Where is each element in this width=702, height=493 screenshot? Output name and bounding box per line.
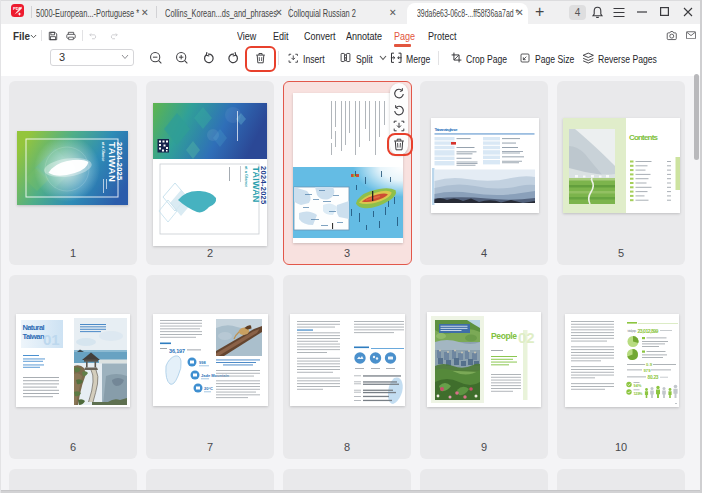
svg-text:Contents: Contents <box>629 133 659 142</box>
svg-text:TAIWAN: TAIWAN <box>251 167 261 203</box>
svg-text:Taiwan at a glance: Taiwan at a glance <box>435 127 459 132</box>
svg-text:12.9%: 12.9% <box>634 392 644 396</box>
svg-text:People: People <box>491 331 517 341</box>
svg-text:36,197: 36,197 <box>169 348 185 354</box>
svg-text:02: 02 <box>518 329 535 346</box>
svg-text:20°C: 20°C <box>204 386 213 391</box>
svg-text:80.23: 80.23 <box>648 375 659 380</box>
svg-text:01: 01 <box>43 331 60 348</box>
svg-text:23,012,899: 23,012,899 <box>638 328 659 334</box>
svg-text:at a Glance: at a Glance <box>101 142 105 161</box>
svg-text:at a Glance: at a Glance <box>244 166 249 188</box>
svg-text:TAIWAN: TAIWAN <box>107 142 118 182</box>
svg-text:Taiwan: Taiwan <box>23 332 45 341</box>
svg-text:total pop.: total pop. <box>628 329 637 333</box>
svg-text:0.9: 0.9 <box>646 362 653 367</box>
svg-text:94%: 94% <box>634 384 643 388</box>
svg-text:Jade Mountain: Jade Mountain <box>201 373 230 378</box>
svg-text:979: 979 <box>644 368 652 373</box>
svg-text:998: 998 <box>199 360 206 365</box>
